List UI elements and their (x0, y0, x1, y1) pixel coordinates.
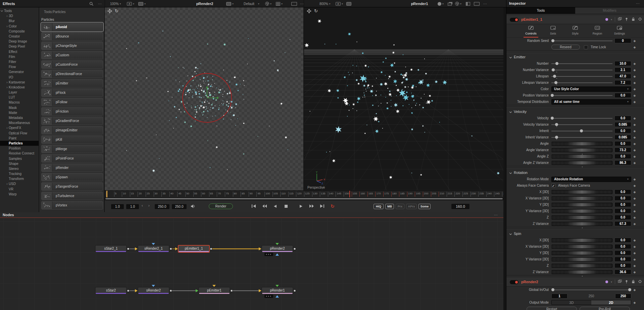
tree-item-deep-pixel[interactable]: Deep Pixel (0, 44, 39, 49)
reseed-button[interactable]: Reseed (551, 45, 580, 50)
tool-item-pkill[interactable]: pKill (41, 135, 103, 144)
thumbwheel-z[interactable] (551, 215, 612, 220)
node-sstar2-1[interactable]: sStar2_1 (95, 245, 129, 252)
thumbwheel-angle-z-variance[interactable] (551, 161, 612, 165)
viewer2-split-button[interactable] (466, 0, 470, 7)
value-field[interactable]: 0.085 (614, 135, 631, 140)
skip-end-icon[interactable] (320, 204, 325, 208)
tool-item-pdirectionalforce[interactable]: pDirectionalForce (41, 70, 103, 78)
node-graph[interactable]: sStar2_1sRender2_1pEmitter1_1pRender2sSt… (0, 218, 503, 310)
play-icon[interactable] (298, 204, 304, 208)
tree-item-macros[interactable]: Macros (0, 100, 39, 105)
dropdown-color[interactable]: Use Style Color▾ (551, 86, 631, 92)
viewer1-frame-button[interactable] (291, 0, 297, 7)
node-pemitter1-1[interactable]: pEmitter1_1 (178, 245, 212, 252)
timeline-ruler[interactable]: 5101520253035404550556065707580859095100… (105, 190, 503, 197)
global-in-field[interactable]: 1 (551, 294, 567, 299)
versions-icon[interactable] (618, 17, 622, 22)
value-field[interactable]: 0.085 (614, 122, 631, 127)
viewer1-grid-button[interactable]: ▾ (276, 0, 283, 7)
value-field[interactable]: 67.3 (614, 221, 631, 226)
value-field[interactable]: 0.0 (614, 244, 631, 249)
tree-item-kartaverse[interactable]: ›Kartaverse (0, 80, 39, 85)
value-field[interactable]: 47.0 (614, 74, 631, 79)
fast-forward-icon[interactable] (309, 204, 314, 208)
viewer1-colorwheel-button[interactable]: ▾ (265, 0, 271, 7)
value-field[interactable]: 0.0 (614, 154, 631, 159)
prender2-enable-toggle[interactable] (510, 280, 518, 284)
tool-item-pbounce[interactable]: pBounce (41, 32, 103, 41)
slider-inherit-variance[interactable] (551, 134, 612, 140)
lock-icon[interactable] (631, 17, 635, 22)
value-field[interactable]: 0.0 (614, 141, 631, 146)
section-header-spin[interactable]: Spin (506, 230, 644, 237)
animate-diamond-icon[interactable]: ◆ (631, 39, 638, 43)
section-header-rotation[interactable]: Rotation (506, 169, 644, 176)
value-field[interactable]: 0.0 (614, 208, 631, 213)
slider-lifespan[interactable] (551, 73, 612, 79)
tree-item-vr[interactable]: VR (0, 187, 39, 192)
viewer1-view-mode-button[interactable]: ▾ (226, 0, 234, 7)
node-pemitter1[interactable]: pEmitter1 (199, 285, 233, 294)
inspector-tab-tools[interactable]: Tools (506, 7, 575, 14)
value-field[interactable]: 0.0 (614, 196, 631, 201)
section-header-velocity[interactable]: Velocity (506, 108, 644, 115)
slider-lifespan-variance[interactable] (551, 79, 612, 86)
thumbwheel-x-variance-3d[interactable] (551, 245, 612, 249)
global-out-field[interactable]: 250 (615, 294, 631, 299)
slider-velocity[interactable] (551, 115, 612, 121)
animate-diamond-icon[interactable]: ◆ (631, 87, 638, 91)
tree-item-mask[interactable]: Mask (0, 105, 39, 110)
range-slider-global-in-out[interactable] (551, 287, 631, 293)
tool-item-pspawn[interactable]: pSpawn (41, 173, 103, 181)
step-back-range-icon[interactable]: ‹ (142, 203, 143, 207)
slider-thumb[interactable] (555, 136, 558, 139)
checkbox-time-lock[interactable] (584, 45, 588, 49)
value-field[interactable]: 0.0 (614, 202, 631, 207)
animate-diamond-icon[interactable]: ◆ (631, 75, 638, 78)
tile-color-icon[interactable] (605, 18, 608, 21)
tool-item-pfriction[interactable]: pFriction (41, 107, 103, 116)
animate-diamond-icon[interactable]: ◆ (631, 222, 638, 226)
control-tab-controls[interactable]: Controls (522, 25, 540, 37)
skip-start-icon[interactable] (251, 204, 257, 208)
slider-velocity-variance[interactable] (551, 121, 612, 128)
tool-item-pemitter[interactable]: pEmitter (41, 79, 103, 87)
thumbwheel-x-3d[interactable] (551, 190, 612, 194)
control-tab-sets[interactable]: Sets (544, 25, 562, 37)
inspector-menu-dots[interactable]: ⋯ (636, 1, 640, 6)
animate-diamond-icon[interactable]: ◆ (631, 251, 638, 255)
range-thumb-in[interactable] (551, 288, 554, 291)
segment-3d[interactable]: 3D (552, 300, 591, 305)
viewer2-view-mode-button[interactable]: ▾ (438, 0, 444, 7)
tree-item-krokodove[interactable]: ›Krokodove (0, 85, 39, 90)
tile-color-icon[interactable] (605, 281, 608, 283)
viewer1-lut-select[interactable]: Default▾ (244, 0, 259, 7)
tool-item-pimageemitter[interactable]: pImageEmitter (41, 126, 103, 134)
slider-thumb[interactable] (553, 75, 556, 78)
tool-item-pmerge[interactable]: pMerge (41, 145, 103, 153)
tree-item-paint[interactable]: Paint (0, 136, 39, 141)
slider-thumb[interactable] (551, 117, 554, 120)
chevron-down-icon[interactable]: ▾ (611, 281, 612, 284)
value-field[interactable]: 0.0 (614, 257, 631, 262)
animate-diamond-icon[interactable]: ◆ (631, 46, 638, 49)
node-srender2-1[interactable]: sRender2_1 (138, 243, 172, 252)
viewer1-color-button[interactable]: ▾ (138, 0, 146, 7)
tool-item-pvortex[interactable]: pVortex (41, 201, 103, 209)
animate-diamond-icon[interactable]: ◆ (631, 184, 638, 187)
dropdown-rotation-mode[interactable]: Absolute Rotation▾ (551, 177, 631, 182)
animate-diamond-icon[interactable]: ◆ (631, 216, 638, 219)
tool-item-ptangentforce[interactable]: pTangentForce (41, 182, 103, 191)
animate-diamond-icon[interactable]: ◆ (631, 239, 638, 242)
tree-item-tracking[interactable]: Tracking (0, 171, 39, 176)
tool-item-pfollow[interactable]: pFollow (41, 98, 103, 106)
button-restart[interactable]: Restart (527, 307, 577, 310)
tree-item-effect[interactable]: Effect (0, 49, 39, 54)
tree-item-metadata[interactable]: Metadata (0, 115, 39, 120)
quality-mb-button[interactable]: MB (385, 204, 394, 209)
dropdown-temporal-distribution[interactable]: All at same time▾ (551, 99, 631, 105)
settings-target-icon[interactable] (638, 17, 642, 22)
node-srender2[interactable]: sRender2 (138, 285, 172, 294)
tool-item-pchangestyle[interactable]: pChangeStyle (41, 42, 103, 50)
